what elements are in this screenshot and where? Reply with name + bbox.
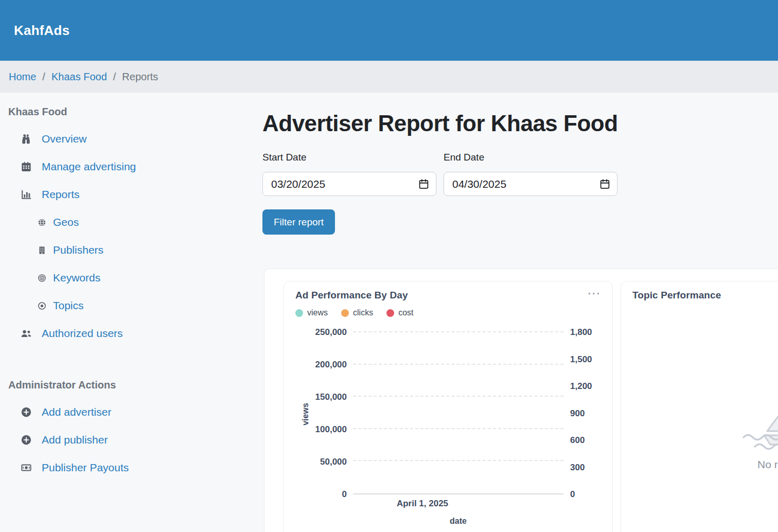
sidebar-item-publishers[interactable]: Publishers	[38, 244, 103, 256]
sidebar-item-label: Overview	[42, 133, 87, 145]
building-icon	[38, 246, 46, 255]
chart-legend: views clicks cost	[295, 307, 601, 318]
chart-plot: April 1, 2025 date	[353, 332, 563, 494]
x-axis-label: date	[450, 517, 467, 526]
sidebar-item-label: Geos	[53, 216, 79, 228]
sidebar-advertiser-heading: Khaas Food	[8, 106, 254, 118]
money-bill-icon	[21, 462, 32, 473]
sidebar-item-keywords[interactable]: Keywords	[38, 272, 100, 284]
ad-performance-card: Ad Performance By Day ⋯ views clicks cos…	[284, 281, 613, 532]
bar-chart-icon	[21, 189, 32, 200]
sidebar-item-manage-advertising[interactable]: Manage advertising	[21, 161, 136, 173]
sidebar-item-label: Add advertiser	[42, 406, 111, 418]
sidebar-item-label: Add publisher	[42, 434, 108, 446]
binoculars-icon	[21, 133, 32, 145]
sidebar-item-geos[interactable]: Geos	[38, 216, 79, 228]
sidebar-item-authorized-users[interactable]: Authorized users	[21, 327, 123, 340]
brand-logo[interactable]: KahfAds	[14, 23, 69, 39]
sidebar-item-publisher-payouts[interactable]: Publisher Payouts	[21, 462, 129, 474]
card-title: Topic Performance	[632, 290, 721, 301]
sidebar-item-add-publisher[interactable]: Add publisher	[21, 434, 108, 446]
legend-item-cost: cost	[386, 308, 413, 317]
calendar-picker-icon[interactable]	[418, 179, 429, 189]
legend-dot-clicks	[341, 309, 349, 317]
circle-dot-icon	[38, 302, 46, 310]
end-date-label: End Date	[444, 152, 617, 163]
sidebar-item-label: Reports	[42, 188, 80, 201]
start-date-input[interactable]	[262, 172, 436, 196]
breadcrumb-separator: /	[42, 71, 45, 83]
empty-state-text: No r	[757, 458, 778, 471]
calendar-icon	[21, 161, 32, 172]
sidebar-item-label: Publisher Payouts	[42, 462, 129, 474]
sidebar-item-reports[interactable]: Reports	[21, 188, 80, 201]
sidebar-item-label: Publishers	[53, 244, 103, 256]
calendar-picker-icon[interactable]	[599, 179, 610, 189]
topic-performance-card: Topic Performance No r	[621, 281, 778, 532]
sidebar-item-label: Authorized users	[42, 327, 123, 340]
start-date-label: Start Date	[262, 152, 436, 163]
legend-dot-views	[295, 309, 303, 317]
report-filters: Start Date End Date	[262, 152, 778, 196]
filter-report-button[interactable]: Filter report	[262, 209, 335, 235]
chart-canvas: views 050,000100,000150,000200,000250,00…	[295, 332, 601, 532]
sidebar-item-topics[interactable]: Topics	[38, 299, 84, 312]
page-title: Advertiser Report for Khaas Food	[262, 111, 778, 136]
sailboat-empty-state-icon	[739, 386, 778, 457]
globe-icon	[38, 218, 46, 227]
breadcrumb-advertiser[interactable]: Khaas Food	[51, 71, 107, 83]
breadcrumb-current: Reports	[122, 71, 158, 83]
breadcrumb-separator: /	[113, 71, 116, 83]
app-header: KahfAds	[0, 0, 778, 61]
users-icon	[21, 328, 32, 339]
sidebar-admin-heading: Administrator Actions	[8, 379, 254, 391]
main-content: Advertiser Report for Khaas Food Start D…	[262, 93, 778, 532]
legend-item-views: views	[295, 308, 328, 317]
end-date-input[interactable]	[444, 172, 617, 196]
sidebar-item-label: Keywords	[53, 272, 100, 284]
sidebar-item-label: Topics	[53, 299, 84, 312]
legend-item-clicks: clicks	[341, 308, 373, 317]
card-title: Ad Performance By Day	[295, 290, 408, 301]
plus-circle-icon	[21, 434, 32, 446]
chart-axis-left: 050,000100,000150,000200,000250,000	[295, 332, 347, 494]
breadcrumb: Home / Khaas Food / Reports	[0, 61, 778, 93]
legend-dot-cost	[386, 309, 394, 317]
card-menu-icon[interactable]: ⋯	[587, 290, 601, 297]
sidebar-item-overview[interactable]: Overview	[21, 133, 87, 145]
reports-panel: Ad Performance By Day ⋯ views clicks cos…	[264, 269, 778, 532]
x-axis-tick: April 1, 2025	[397, 499, 448, 509]
plus-circle-icon	[21, 406, 32, 418]
sidebar-item-label: Manage advertising	[42, 161, 136, 173]
chart-axis-right: 03006009001,2001,5001,800	[570, 332, 601, 494]
sidebar-item-add-advertiser[interactable]: Add advertiser	[21, 406, 111, 418]
sidebar: Khaas Food Overview Manage advertising R…	[0, 93, 262, 532]
bullseye-icon	[38, 274, 46, 282]
breadcrumb-home[interactable]: Home	[9, 71, 36, 83]
